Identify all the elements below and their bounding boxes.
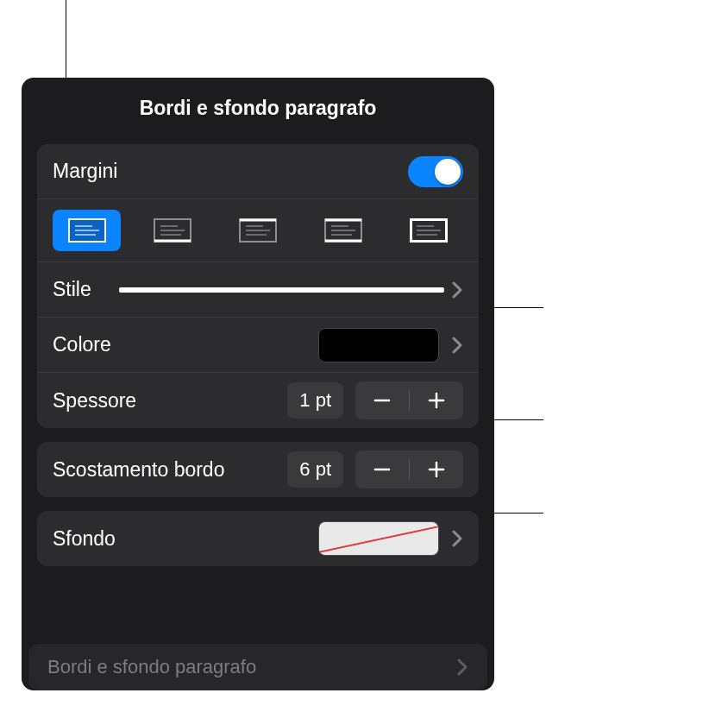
- group-offset: Scostamento bordo 6 pt: [37, 442, 479, 497]
- offset-increment-button[interactable]: [410, 451, 463, 488]
- offset-decrement-button[interactable]: [355, 451, 409, 488]
- chevron-right-icon: [451, 336, 463, 355]
- border-none-button[interactable]: [53, 210, 121, 251]
- borders-background-panel: Bordi e sfondo paragrafo Margini: [22, 78, 494, 690]
- row-offset: Scostamento bordo 6 pt: [37, 442, 479, 497]
- panel-title: Bordi e sfondo paragrafo: [22, 78, 494, 137]
- border-bottom-button[interactable]: [138, 210, 206, 251]
- thickness-value[interactable]: 1 pt: [287, 382, 343, 419]
- chevron-right-icon: [456, 658, 468, 677]
- border-top-button[interactable]: [223, 210, 292, 251]
- thickness-label: Spessore: [53, 389, 136, 413]
- chevron-right-icon: [451, 529, 463, 548]
- background-label: Sfondo: [53, 527, 116, 551]
- thickness-increment-button[interactable]: [410, 381, 463, 419]
- border-top-bottom-button[interactable]: [310, 210, 378, 251]
- group-main: Margini: [37, 144, 479, 428]
- border-all-button[interactable]: [395, 210, 463, 251]
- row-background[interactable]: Sfondo: [37, 511, 479, 566]
- group-background: Sfondo: [37, 511, 479, 566]
- callout-line: [66, 0, 66, 78]
- row-thickness: Spessore 1 pt: [37, 373, 479, 428]
- row-margins: Margini: [37, 144, 479, 199]
- offset-stepper: [355, 451, 463, 488]
- offset-label: Scostamento bordo: [53, 458, 224, 482]
- toggle-knob: [435, 159, 461, 185]
- margins-label: Margini: [53, 160, 117, 183]
- back-link-row[interactable]: Bordi e sfondo paragrafo: [28, 644, 487, 690]
- color-swatch[interactable]: [318, 328, 439, 362]
- margins-toggle[interactable]: [408, 156, 463, 187]
- thickness-decrement-button[interactable]: [355, 381, 409, 419]
- background-swatch-none[interactable]: [318, 521, 439, 556]
- style-line-preview: [119, 287, 444, 293]
- chevron-right-icon: [451, 280, 463, 299]
- thickness-stepper: [355, 381, 463, 419]
- back-link-label: Bordi e sfondo paragrafo: [47, 656, 256, 678]
- border-position-segmented: [37, 199, 479, 262]
- style-label: Stile: [53, 278, 91, 301]
- row-color[interactable]: Colore: [37, 318, 479, 373]
- row-style[interactable]: Stile: [37, 262, 479, 318]
- offset-value[interactable]: 6 pt: [287, 451, 343, 488]
- color-label: Colore: [53, 333, 111, 356]
